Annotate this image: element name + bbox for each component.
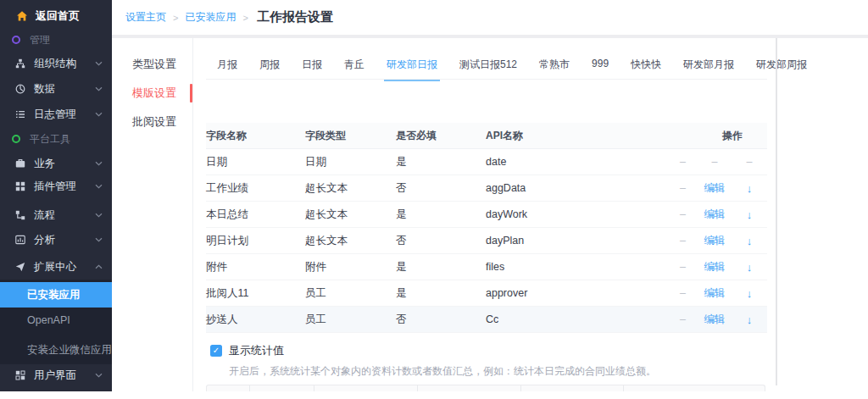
show-stats-checkbox[interactable]: ✓ <box>210 345 222 357</box>
col-header-required: 是否必填 <box>396 129 486 143</box>
tab-qingqiu[interactable]: 青丘 <box>342 53 367 81</box>
tab-rd-daily-report[interactable]: 研发部日报 <box>384 53 440 81</box>
tab-test-daily-512[interactable]: 测试日报512 <box>457 53 520 81</box>
tabs-underline <box>206 79 767 80</box>
chevron-down-icon <box>95 61 103 66</box>
sidebar-subitem-install-wechat-work-app[interactable]: 安装企业微信应用 <box>0 337 112 363</box>
chevron-down-icon <box>95 86 103 91</box>
sidebar-item-business[interactable]: 业务 <box>0 151 112 176</box>
chevron-down-icon <box>95 161 103 166</box>
sidebar-home-label: 返回首页 <box>36 8 80 24</box>
page-title: 工作报告设置 <box>257 9 333 25</box>
sidebar-item-org-structure[interactable]: 组织结构 <box>0 51 112 76</box>
partial-table-header <box>206 385 765 391</box>
report-type-tabs: 月报 周报 日报 青丘 研发部日报 测试日报512 常熟市 999 快快快 研发… <box>214 53 810 79</box>
chevron-down-icon <box>95 213 103 218</box>
list-icon <box>14 109 26 119</box>
pie-chart-icon <box>14 84 26 94</box>
col-header-api-name: API名称 <box>486 129 668 143</box>
briefcase-icon <box>14 158 26 169</box>
table-row: 抄送人 员工 否 Cc – 编辑 ↓ <box>206 307 767 333</box>
scrollbar-track[interactable] <box>776 38 777 385</box>
content-card: 类型设置 模版设置 批阅设置 月报 周报 日报 青丘 研发部日报 测试日报512… <box>112 38 776 391</box>
col-header-operations: 操作 <box>698 129 767 143</box>
breadcrumb-link-settings-home[interactable]: 设置主页 <box>125 10 166 25</box>
table-row: 日期 日期 是 date – – – <box>206 149 767 175</box>
ring-icon <box>10 36 22 44</box>
edit-button[interactable]: 编辑 <box>698 234 732 248</box>
sidebar-item-data[interactable]: 数据 <box>0 76 112 102</box>
sidebar-item-extension-center[interactable]: 扩展中心 <box>0 254 112 280</box>
settings-menu-item-template[interactable]: 模版设置 <box>132 86 176 101</box>
sidebar-item-process[interactable]: 流程 <box>0 202 112 228</box>
show-stats-description: 开启后，系统统计某个对象内的资料计数或者数值汇总，例如：统计本日完成的合同业绩总… <box>229 364 656 379</box>
edit-button[interactable]: 编辑 <box>698 313 732 327</box>
sidebar-subitem-installed-apps[interactable]: 已安装应用 <box>0 282 112 308</box>
table-row: 附件 附件 是 files – 编辑 ↓ <box>206 254 767 280</box>
tab-weekly-report[interactable]: 周报 <box>257 53 282 81</box>
show-stats-label: 显示统计值 <box>229 343 284 358</box>
move-down-icon[interactable]: ↓ <box>732 235 767 247</box>
tab-999[interactable]: 999 <box>589 53 611 79</box>
settings-menu-item-review[interactable]: 批阅设置 <box>132 114 176 130</box>
sidebar-section-management: 管理 <box>0 27 112 53</box>
chevron-down-icon <box>95 373 103 378</box>
sidebar-subitem-openapi[interactable]: OpenAPI <box>0 308 112 333</box>
fields-table: 字段名称 字段类型 是否必填 API名称 操作 日期 日期 是 date – –… <box>206 123 767 333</box>
edit-button[interactable]: 编辑 <box>698 260 732 274</box>
table-row: 批阅人11 员工 是 approver – 编辑 ↓ <box>206 280 767 307</box>
chevron-down-icon <box>95 112 103 117</box>
bar-chart-icon <box>14 235 26 245</box>
plugin-grid-icon <box>14 181 26 191</box>
settings-menu-divider <box>192 38 193 391</box>
sidebar-item-user-interface[interactable]: 用户界面 <box>0 363 112 388</box>
move-down-icon[interactable]: ↓ <box>732 313 767 326</box>
paper-plane-icon <box>14 262 26 272</box>
breadcrumb: 设置主页 > 已安装应用 > 工作报告设置 <box>112 0 868 35</box>
tab-kuaikuaikuai[interactable]: 快快快 <box>628 53 664 81</box>
breadcrumb-link-installed-apps[interactable]: 已安装应用 <box>185 10 236 25</box>
stats-section: ✓ 显示统计值 开启后，系统统计某个对象内的资料计数或者数值汇总，例如：统计本日… <box>210 343 656 379</box>
home-icon <box>16 10 28 22</box>
edit-button[interactable]: 编辑 <box>698 286 732 301</box>
tab-changshu[interactable]: 常熟市 <box>537 53 572 81</box>
move-down-icon[interactable]: ↓ <box>732 261 767 274</box>
sidebar: 返回首页 管理 组织结构 数据 日志管理 平台工具 业务 <box>0 0 112 391</box>
edit-button[interactable]: 编辑 <box>698 208 732 222</box>
tab-daily-report[interactable]: 日报 <box>299 53 325 81</box>
tab-rd-monthly-report[interactable]: 研发部月报 <box>681 53 737 81</box>
edit-button[interactable]: 编辑 <box>698 181 732 196</box>
sidebar-item-log-management[interactable]: 日志管理 <box>0 102 112 127</box>
flow-icon <box>14 210 26 220</box>
move-down-icon[interactable]: ↓ <box>732 287 767 300</box>
chevron-down-icon <box>95 184 103 189</box>
move-down-icon[interactable]: ↓ <box>732 182 767 195</box>
breadcrumb-separator: > <box>173 13 178 23</box>
ring-icon <box>10 135 22 143</box>
active-menu-indicator <box>190 84 192 103</box>
breadcrumb-separator: > <box>242 13 248 23</box>
sidebar-home-button[interactable]: 返回首页 <box>0 3 112 29</box>
col-header-field-type: 字段类型 <box>305 129 396 143</box>
chevron-up-icon <box>95 264 103 269</box>
table-header-row: 字段名称 字段类型 是否必填 API名称 操作 <box>206 123 767 149</box>
layout-grid-icon <box>14 370 26 380</box>
col-header-field-name: 字段名称 <box>206 129 305 143</box>
chevron-down-icon <box>95 237 103 242</box>
settings-menu-item-type[interactable]: 类型设置 <box>132 57 176 72</box>
tab-rd-weekly-report[interactable]: 研发部周报 <box>754 53 810 81</box>
sidebar-item-analysis[interactable]: 分析 <box>0 227 112 252</box>
tab-monthly-report[interactable]: 月报 <box>214 53 240 81</box>
sitemap-icon <box>14 58 26 69</box>
move-down-icon[interactable]: ↓ <box>732 208 767 221</box>
sidebar-item-plugin-management[interactable]: 插件管理 <box>0 174 112 199</box>
table-row: 本日总结 超长文本 是 dayWork – 编辑 ↓ <box>206 202 767 228</box>
sidebar-section-platform-tools: 平台工具 <box>0 126 112 152</box>
table-row: 工作业绩 超长文本 否 aggData – 编辑 ↓ <box>206 175 767 202</box>
table-row: 明日计划 超长文本 否 dayPlan – 编辑 ↓ <box>206 228 767 254</box>
